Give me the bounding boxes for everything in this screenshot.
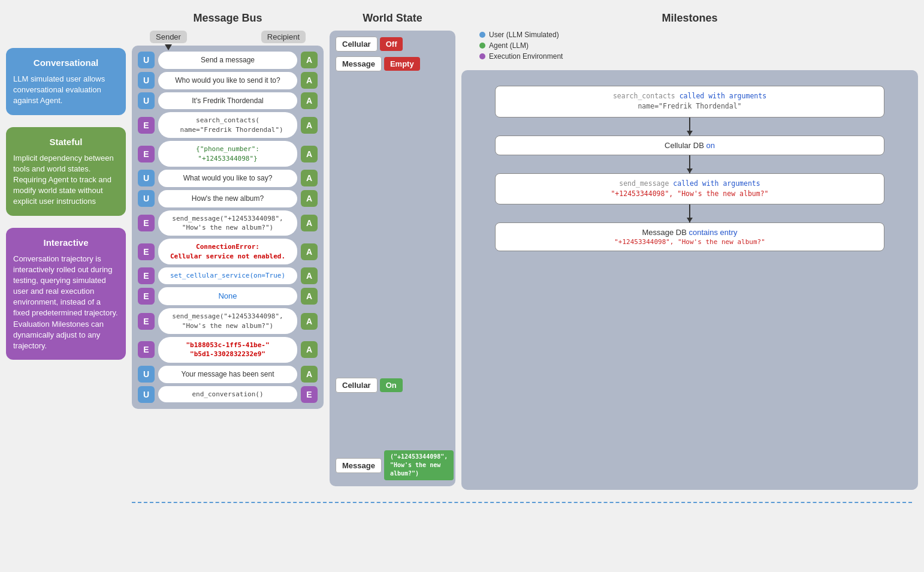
milestone-send-message: send_message called with arguments "+124… <box>495 173 884 205</box>
actor-a-12: A <box>301 313 318 330</box>
message-bus-panel: Message Bus Sender Recipient U Send a me… <box>132 12 324 409</box>
actor-u-15: U <box>138 386 155 403</box>
msg-bubble-6: What would you like to say? <box>158 170 297 187</box>
concept-stateful: Stateful Implicit dependency between too… <box>6 127 126 216</box>
legend-dot-agent <box>479 43 485 49</box>
msg-bubble-15: end_conversation() <box>158 386 297 402</box>
message-row-2: A Who would you like to send it to? U <box>138 72 318 89</box>
ws-row-cellular-on: Cellular On <box>336 378 449 393</box>
msg-bubble-4: search_contacts( name="Fredrik Thordenda… <box>158 112 297 138</box>
legend-dot-env <box>479 53 485 59</box>
msg-bubble-13: "b188053c-1ff5-41be-""b5d1-3302832232e9" <box>158 337 297 363</box>
ws-key-message: Message <box>336 56 382 71</box>
milestone-search-contacts: search_contacts called with arguments na… <box>495 86 884 118</box>
msg-bubble-3: It's Fredrik Thordendal <box>158 92 297 110</box>
actor-e-4: E <box>138 117 155 134</box>
actor-a-5: A <box>301 146 318 162</box>
actor-a-6: A <box>301 170 318 186</box>
actor-a-14: A <box>301 366 318 383</box>
milestone-arrow-3 <box>689 204 690 222</box>
concept-interactive-title: Interactive <box>13 236 119 249</box>
actor-a-3: A <box>301 92 318 109</box>
message-row-7: U How's the new album? A <box>138 190 318 207</box>
concept-conversational-body: LLM simulated user allows conversational… <box>13 74 119 107</box>
legend-agent: Agent (LLM) <box>479 41 563 50</box>
sender-label: Sender <box>150 31 187 43</box>
msg-bubble-8: send_message("+12453344098","How's the n… <box>158 210 297 236</box>
main-container: Conversational LLM simulated user allows… <box>0 0 924 502</box>
actor-a-2: A <box>301 72 318 89</box>
msg-bubble-12: send_message("+12453344098","How's the n… <box>158 308 297 334</box>
message-row-8: A send_message("+12453344098","How's the… <box>138 210 318 236</box>
actor-a-11: A <box>301 288 318 305</box>
ws-key-cellular: Cellular <box>336 37 378 52</box>
actor-e-10: E <box>138 267 155 284</box>
concept-conversational-title: Conversational <box>13 56 119 69</box>
message-row-10: A set_cellular_service(on=True) E <box>138 267 318 284</box>
legend-label-user: User (LLM Simulated) <box>489 31 559 39</box>
actor-u-2: U <box>138 72 155 89</box>
actor-a-7: A <box>301 190 318 207</box>
actor-u-14: U <box>138 366 155 383</box>
milestone-arrow-1 <box>689 118 690 136</box>
msg-bubble-14: Your message has been sent <box>158 366 297 383</box>
ws-key-message-val: Message <box>336 458 382 473</box>
msg-bubble-1: Send a message <box>158 52 297 69</box>
legend-user: User (LLM Simulated) <box>479 31 563 39</box>
sender-arrow <box>165 44 172 50</box>
message-row-3: U It's Fredrik Thordendal A <box>138 92 318 110</box>
sender-recipient-row: Sender Recipient <box>132 31 324 43</box>
concept-conversational: Conversational LLM simulated user allows… <box>6 48 126 115</box>
bottom-dashed-container <box>0 502 924 509</box>
recipient-label: Recipient <box>261 31 306 43</box>
actor-a-8: A <box>301 215 318 231</box>
actor-e-9: E <box>138 243 155 260</box>
actor-e-11: E <box>138 288 155 305</box>
message-row-11: E None A <box>138 287 318 305</box>
msg-bubble-10: set_cellular_service(on=True) <box>158 267 297 284</box>
milestone-arrow-2 <box>689 155 690 173</box>
bottom-dashed-line <box>132 502 912 503</box>
actor-u-3: U <box>138 92 155 109</box>
message-row-6: A What would you like to say? U <box>138 170 318 187</box>
message-row-14: A Your message has been sent U <box>138 366 318 383</box>
actor-a-9: A <box>301 243 318 260</box>
actor-e-12: E <box>138 313 155 330</box>
ws-row-message-val: Message ("+12453344098","How's the new a… <box>336 450 449 480</box>
milestones-panel: Milestones User (LLM Simulated) Agent (L… <box>461 12 918 490</box>
ws-val-empty: Empty <box>384 57 420 71</box>
milestones-title: Milestones <box>662 12 717 25</box>
actor-a-10: A <box>301 267 318 284</box>
actor-e-13: E <box>138 341 155 358</box>
actor-a-13: A <box>301 341 318 358</box>
message-bus-title: Message Bus <box>193 12 262 25</box>
ws-row-message-initial: Message Empty <box>336 56 449 71</box>
world-state-title: World State <box>363 12 422 25</box>
legend-label-env: Execution Environment <box>489 52 563 61</box>
actor-u-7: U <box>138 190 155 207</box>
ws-row-cellular-initial: Cellular Off <box>336 37 449 52</box>
ws-spacer-2 <box>336 398 449 445</box>
msg-bubble-2: Who would you like to send it to? <box>158 72 297 89</box>
actor-e-15: E <box>301 386 318 403</box>
actor-e-8: E <box>138 215 155 231</box>
msg-bubble-5: {"phone_number": "+12453344098"} <box>158 141 297 167</box>
concept-stateful-body: Implicit dependency between tools and wo… <box>13 153 119 207</box>
ws-container: Cellular Off Message Empty Cellular On M… <box>330 31 455 486</box>
world-state-panel: World State Cellular Off Message Empty C… <box>330 12 455 486</box>
message-row-12: A send_message("+12453344098","How's the… <box>138 308 318 334</box>
actor-a-1: A <box>301 52 318 68</box>
milestones-container: search_contacts called with arguments na… <box>461 70 918 490</box>
message-row-9: E ConnectionError:Cellular service not e… <box>138 239 318 264</box>
actor-a-4: A <box>301 117 318 134</box>
ws-val-on: On <box>380 378 403 392</box>
left-panel: Conversational LLM simulated user allows… <box>6 12 126 360</box>
message-row-5: E {"phone_number": "+12453344098"} A <box>138 141 318 167</box>
legend-dot-user <box>479 32 485 38</box>
actor-u-1: U <box>138 52 155 68</box>
legend-env: Execution Environment <box>479 52 563 61</box>
ws-key-cellular-on: Cellular <box>336 378 378 393</box>
msg-bubble-9: ConnectionError:Cellular service not ena… <box>158 239 297 264</box>
milestone-cellular-db: Cellular DB on <box>495 136 884 155</box>
actor-e-5: E <box>138 146 155 162</box>
